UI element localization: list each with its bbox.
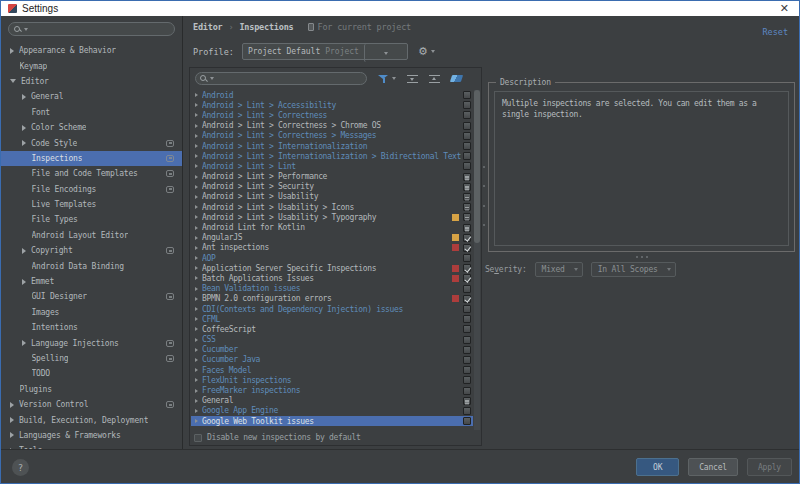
inspection-row-application-server-specific-inspections[interactable]: Application Server Specific Inspections (191, 263, 473, 273)
filter-button[interactable] (378, 74, 396, 84)
expand-all-button[interactable] (407, 74, 418, 84)
expand-arrow-icon[interactable] (195, 378, 198, 382)
horizontal-splitter[interactable] (488, 256, 795, 258)
sidebar-item-file-and-code-templates[interactable]: File and Code Templates (1, 166, 182, 181)
sidebar-item-editor[interactable]: Editor (1, 74, 182, 89)
expand-arrow-icon[interactable] (195, 124, 198, 128)
inspection-row-general[interactable]: General (191, 396, 473, 406)
inspection-row-cfml[interactable]: CFML (191, 314, 473, 324)
disable-new-inspections-checkbox[interactable] (194, 434, 202, 442)
inspection-checkbox[interactable] (463, 132, 471, 140)
sidebar-item-font[interactable]: Font (1, 105, 182, 120)
expand-arrow-icon[interactable] (195, 307, 198, 311)
inspection-row-android-lint-accessibility[interactable]: Android > Lint > Accessibility (191, 100, 473, 110)
expand-arrow-icon[interactable] (195, 144, 198, 148)
expand-arrow-icon[interactable] (10, 48, 14, 54)
sidebar-item-android-layout-editor[interactable]: Android Layout Editor (1, 228, 182, 243)
inspection-checkbox[interactable] (463, 122, 471, 130)
profile-actions[interactable]: ⚙ (418, 46, 435, 57)
sidebar-item-copyright[interactable]: Copyright (1, 243, 182, 258)
inspection-checkbox[interactable] (463, 346, 471, 354)
expand-arrow-icon[interactable] (195, 226, 198, 230)
inspection-row-coffeescript[interactable]: CoffeeScript (191, 324, 473, 334)
gear-icon[interactable]: ⚙ (418, 46, 428, 57)
inspection-checkbox[interactable] (463, 295, 471, 303)
sidebar-search-field[interactable] (8, 22, 175, 36)
inspection-row-android-lint-for-kotlin[interactable]: Android Lint for Kotlin (191, 222, 473, 232)
expand-arrow-icon[interactable] (195, 368, 198, 372)
disable-new-inspections-row[interactable]: Disable new inspections by default (194, 432, 361, 443)
inspection-row-bpmn-2-0-configuration-errors[interactable]: BPMN 2.0 configuration errors (191, 294, 473, 304)
cancel-button[interactable]: Cancel (688, 458, 738, 476)
severity-combobox[interactable]: Mixed (535, 262, 583, 277)
expand-arrow-icon[interactable] (10, 402, 14, 408)
inspection-row-android-lint-correctness-messages[interactable]: Android > Lint > Correctness > Messages (191, 131, 473, 141)
sidebar-item-language-injections[interactable]: Language Injections (1, 335, 182, 350)
inspection-row-bean-validation-issues[interactable]: Bean Validation issues (191, 284, 473, 294)
inspection-checkbox[interactable] (463, 142, 471, 150)
expand-arrow-icon[interactable] (195, 409, 198, 413)
sidebar-item-intentions[interactable]: Intentions (1, 320, 182, 335)
expand-arrow-icon[interactable] (195, 276, 198, 280)
sidebar-item-live-templates[interactable]: Live Templates (1, 197, 182, 212)
inspection-checkbox[interactable] (463, 325, 471, 333)
inspection-checkbox[interactable] (463, 254, 471, 262)
inspection-row-cucumber[interactable]: Cucumber (191, 345, 473, 355)
inspection-checkbox[interactable] (463, 274, 471, 282)
inspection-checkbox[interactable] (463, 417, 471, 425)
inspection-checkbox[interactable] (463, 224, 471, 232)
sidebar-item-images[interactable]: Images (1, 305, 182, 320)
sidebar-search-input[interactable] (28, 24, 169, 35)
breadcrumb-editor[interactable]: Editor (193, 22, 223, 32)
inspection-checkbox[interactable] (463, 366, 471, 374)
inspection-row-ant-inspections[interactable]: Ant inspections (191, 243, 473, 253)
inspection-row-flexunit-inspections[interactable]: FlexUnit inspections (191, 375, 473, 385)
expand-arrow-icon[interactable] (195, 317, 198, 321)
expand-arrow-icon[interactable] (22, 248, 26, 254)
inspection-checkbox[interactable] (463, 111, 471, 119)
sidebar-item-android-data-binding[interactable]: Android Data Binding (1, 258, 182, 273)
inspection-checkbox[interactable] (463, 101, 471, 109)
reset-filter-button[interactable] (451, 75, 462, 82)
apply-button[interactable]: Apply (747, 458, 792, 476)
vertical-splitter[interactable] (483, 166, 486, 226)
collapse-arrow-icon[interactable] (10, 79, 16, 83)
expand-arrow-icon[interactable] (195, 287, 198, 291)
help-button[interactable]: ? (12, 459, 29, 476)
sidebar-item-spelling[interactable]: Spelling (1, 351, 182, 366)
inspection-checkbox[interactable] (463, 285, 471, 293)
inspection-checkbox[interactable] (463, 152, 471, 160)
inspection-checkbox[interactable] (463, 356, 471, 364)
inspection-checkbox[interactable] (463, 315, 471, 323)
sidebar-item-inspections[interactable]: Inspections (1, 151, 182, 166)
expand-arrow-icon[interactable] (195, 113, 198, 117)
sidebar-item-code-style[interactable]: Code Style (1, 135, 182, 150)
expand-arrow-icon[interactable] (195, 134, 198, 138)
sidebar-item-appearance-behavior[interactable]: Appearance & Behavior (1, 43, 182, 58)
collapse-all-button[interactable] (429, 74, 440, 84)
inspection-checkbox[interactable] (463, 183, 471, 191)
inspection-row-android-lint-usability-icons[interactable]: Android > Lint > Usability > Icons (191, 202, 473, 212)
sidebar-item-color-scheme[interactable]: Color Scheme (1, 120, 182, 135)
inspection-row-android[interactable]: Android (191, 90, 473, 100)
inspection-row-css[interactable]: CSS (191, 335, 473, 345)
inspection-row-batch-applications-issues[interactable]: Batch Applications Issues (191, 273, 473, 283)
expand-arrow-icon[interactable] (195, 338, 198, 342)
expand-arrow-icon[interactable] (195, 358, 198, 362)
expand-arrow-icon[interactable] (195, 103, 198, 107)
inspection-checkbox[interactable] (463, 203, 471, 211)
sidebar-item-general[interactable]: General (1, 89, 182, 104)
inspection-row-google-web-toolkit-issues[interactable]: Google Web Toolkit issues (191, 416, 473, 426)
sidebar-item-file-types[interactable]: File Types (1, 212, 182, 227)
sidebar-item-version-control[interactable]: Version Control (1, 397, 182, 412)
inspection-row-android-lint-performance[interactable]: Android > Lint > Performance (191, 172, 473, 182)
inspection-checkbox[interactable] (463, 387, 471, 395)
inspection-row-android-lint-usability[interactable]: Android > Lint > Usability (191, 192, 473, 202)
severity-scope-combobox[interactable]: In All Scopes (591, 262, 676, 277)
sidebar-item-keymap[interactable]: Keymap (1, 58, 182, 73)
inspection-checkbox[interactable] (463, 162, 471, 170)
expand-arrow-icon[interactable] (195, 205, 198, 209)
inspection-row-aop[interactable]: AOP (191, 253, 473, 263)
inspections-search-input[interactable] (214, 73, 362, 84)
reset-link[interactable]: Reset (762, 27, 788, 37)
